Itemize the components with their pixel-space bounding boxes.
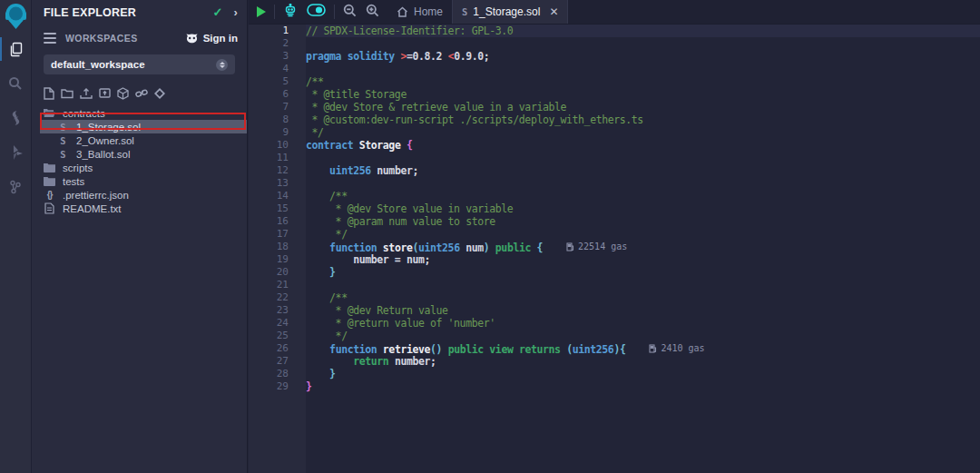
code-line-13	[306, 177, 980, 190]
line-number: 5	[249, 75, 289, 88]
tree-item-label: .prettierrc.json	[63, 190, 129, 201]
code-line-8: * @custom:dev-run-script ./scripts/deplo…	[306, 113, 980, 126]
workspace-dropdown[interactable]: default_workspace	[44, 54, 235, 74]
plugin-icon-bar	[0, 0, 32, 473]
line-number: 13	[249, 177, 289, 190]
home-icon	[397, 6, 408, 17]
line-number: 4	[249, 63, 289, 75]
code-line-26: function retrieve() public view returns …	[306, 342, 980, 355]
code-line-25: */	[306, 330, 980, 342]
panel-title: FILE EXPLORER	[44, 6, 136, 19]
line-number: 11	[249, 152, 289, 164]
line-number: 14	[249, 190, 289, 202]
tree-item-label: scripts	[63, 163, 93, 173]
editor-area: Home S 1_Storage.sol ✕ 12345678910111213…	[249, 0, 980, 473]
code-line-3: pragma solidity >=0.8.2 <0.9.0;	[306, 50, 980, 63]
tab-home[interactable]: Home	[387, 0, 452, 24]
code-line-4	[306, 63, 980, 75]
tree-item-label: tests	[63, 176, 84, 187]
cube-icon[interactable]	[117, 87, 129, 100]
code-line-12: uint256 number;	[306, 164, 980, 177]
chevron-right-icon[interactable]: ›	[233, 5, 238, 19]
workspace-menu-icon[interactable]	[44, 33, 56, 44]
folder-open-icon	[44, 107, 55, 119]
link-icon[interactable]	[135, 88, 148, 99]
line-number: 29	[249, 380, 289, 393]
line-number: 16	[249, 215, 289, 228]
code-line-14: /**	[306, 190, 980, 202]
close-tab-icon[interactable]: ✕	[549, 5, 558, 18]
line-number: 20	[249, 266, 289, 279]
tree-item-label: README.txt	[63, 203, 122, 214]
code-line-1: // SPDX-License-Identifier: GPL-3.0	[306, 25, 980, 37]
line-number: 2	[249, 37, 289, 50]
run-script-icon[interactable]	[257, 6, 266, 17]
line-number: 3	[249, 50, 289, 63]
code-line-11	[306, 152, 980, 164]
line-number: 26	[249, 342, 289, 355]
upload-file-icon[interactable]	[80, 87, 93, 100]
line-number: 27	[249, 355, 289, 368]
folder-icon	[44, 175, 55, 187]
line-number: 21	[249, 279, 289, 291]
remix-logo[interactable]	[0, 1, 32, 32]
tree-item-label: 3_Ballot.sol	[76, 149, 130, 160]
line-number: 1	[249, 25, 289, 37]
line-number: 12	[249, 164, 289, 177]
code-line-20: }	[306, 266, 980, 279]
tree-item-3-ballot-sol[interactable]: S3_Ballot.sol	[32, 147, 247, 161]
tree-item-label: contracts	[63, 108, 105, 119]
code-line-21	[306, 279, 980, 291]
search-icon[interactable]	[0, 66, 32, 101]
toggle-icon[interactable]	[307, 4, 326, 20]
line-number: 8	[249, 113, 289, 126]
code-line-29: }	[306, 380, 980, 393]
line-number: 7	[249, 101, 289, 113]
line-number-gutter: 1234567891011121314151617181920212223242…	[249, 25, 306, 473]
code-line-6: * @title Storage	[306, 88, 980, 101]
folder-icon	[44, 162, 55, 173]
file-explorer-icon[interactable]	[0, 32, 32, 66]
new-folder-icon[interactable]	[61, 87, 74, 99]
line-number: 19	[249, 253, 289, 266]
tree-item-contracts[interactable]: contracts	[32, 106, 247, 120]
editor-tabbar: Home S 1_Storage.sol ✕	[249, 0, 980, 25]
code-line-19: number = num;	[306, 253, 980, 266]
tree-item-tests[interactable]: tests	[32, 174, 247, 188]
tree-item-2-owner-sol[interactable]: S2_Owner.sol	[32, 133, 247, 147]
tree-item-scripts[interactable]: scripts	[32, 161, 247, 174]
code-line-15: * @dev Store value in variable	[306, 202, 980, 215]
file-explorer-panel: FILE EXPLORER ✓ › WORKSPACES Sign in def…	[32, 0, 248, 473]
zoom-out-icon[interactable]	[343, 4, 357, 21]
tree-item-label: 2_Owner.sol	[76, 135, 134, 146]
solidity-compiler-icon[interactable]	[0, 101, 32, 135]
sign-in-button[interactable]: Sign in	[185, 33, 238, 44]
gas-estimate-badge: 2410 gas	[649, 342, 704, 355]
tree-item-label: 1_Storage.sol	[76, 122, 141, 133]
code-line-16: * @param num value to store	[306, 215, 980, 228]
code-editor[interactable]: 1234567891011121314151617181920212223242…	[249, 25, 980, 473]
gem-icon[interactable]	[154, 88, 165, 99]
tree-item-1-storage-sol[interactable]: S1_Storage.sol	[32, 120, 247, 133]
sol-icon: S	[57, 148, 69, 160]
ai-assistant-icon[interactable]	[283, 4, 298, 21]
zoom-in-icon[interactable]	[366, 4, 379, 21]
deploy-run-icon[interactable]	[0, 135, 32, 170]
file-icon	[44, 202, 55, 214]
line-number: 17	[249, 228, 289, 241]
git-icon[interactable]	[0, 170, 32, 204]
code-content: // SPDX-License-Identifier: GPL-3.0pragm…	[306, 25, 980, 473]
workspace-name: default_workspace	[51, 59, 145, 70]
new-file-icon[interactable]	[44, 87, 54, 100]
check-icon[interactable]: ✓	[212, 5, 222, 19]
file-tree: contractsS1_Storage.solS2_Owner.solS3_Ba…	[32, 106, 247, 215]
github-icon	[185, 33, 199, 44]
remix-ide-window: FILE EXPLORER ✓ › WORKSPACES Sign in def…	[0, 0, 980, 473]
upload-folder-icon[interactable]	[99, 87, 111, 99]
dropdown-stepper-icon	[216, 59, 228, 71]
tab-storage-sol[interactable]: S 1_Storage.sol ✕	[452, 0, 568, 24]
line-number: 24	[249, 317, 289, 330]
code-line-7: * @dev Store & retrieve value in a varia…	[306, 101, 980, 113]
tree-item--prettierrc-json[interactable]: { }.prettierrc.json	[32, 188, 247, 202]
tree-item-readme-txt[interactable]: README.txt	[32, 202, 247, 215]
